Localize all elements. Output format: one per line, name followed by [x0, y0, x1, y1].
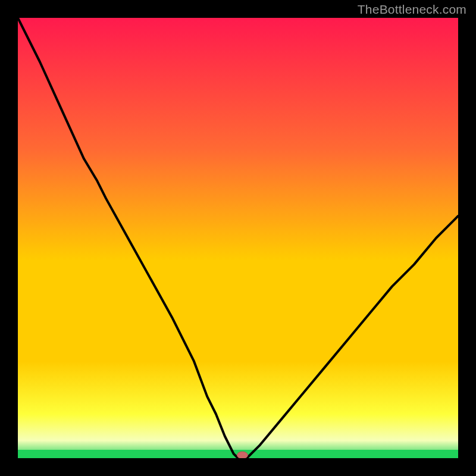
gradient-background: [18, 18, 458, 458]
optimum-marker: [237, 452, 248, 458]
chart-container: TheBottleneck.com: [0, 0, 476, 476]
chart-svg: [18, 18, 458, 458]
watermark-text: TheBottleneck.com: [358, 2, 466, 17]
plot-area: [18, 18, 458, 458]
